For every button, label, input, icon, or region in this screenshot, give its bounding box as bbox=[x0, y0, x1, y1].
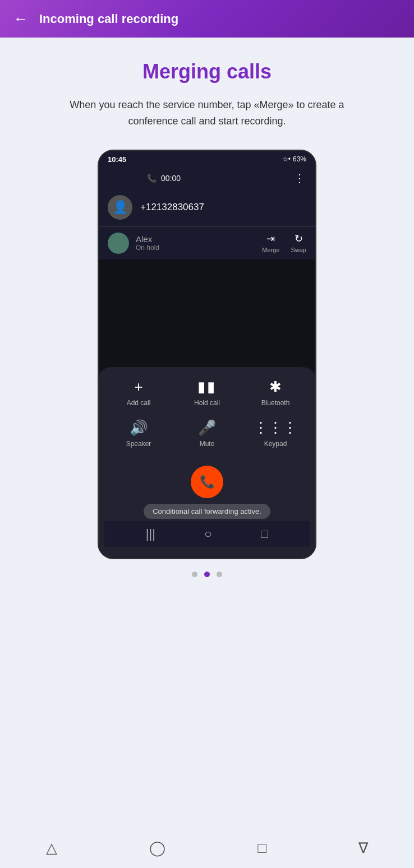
add-call-label: Add call bbox=[127, 399, 151, 407]
on-hold-info: Alex On hold bbox=[108, 233, 159, 254]
bottom-nav: △ ◯ □ ∇ bbox=[0, 830, 414, 868]
merge-icon: ⇥ bbox=[266, 233, 275, 245]
on-hold-row: Alex On hold ⇥ Merge ↻ Swap bbox=[99, 227, 315, 259]
system-recent-icon[interactable]: □ bbox=[257, 839, 266, 857]
mute-icon: 🎤 bbox=[198, 419, 216, 437]
mute-label: Mute bbox=[200, 440, 215, 448]
header-title: Incoming call recording bbox=[39, 12, 178, 26]
swap-icon: ↻ bbox=[295, 233, 303, 245]
status-bar: 10:45 ☆• 63% bbox=[99, 151, 315, 168]
call-timer-text: 00:00 bbox=[161, 174, 181, 183]
control-row-2: 🔊 Speaker 🎤 Mute ⋮⋮⋮ Keypad bbox=[104, 419, 310, 448]
back-button[interactable]: ← bbox=[13, 10, 28, 27]
end-call-icon: 📞 bbox=[200, 475, 215, 489]
keypad-control[interactable]: ⋮⋮⋮ Keypad bbox=[250, 419, 301, 448]
page-description: When you reach the service number, tap «… bbox=[44, 97, 370, 129]
hold-call-control[interactable]: ▮▮ Hold call bbox=[182, 378, 232, 407]
status-icons: ☆• 63% bbox=[282, 155, 306, 163]
nav-recent-icon[interactable]: □ bbox=[261, 527, 268, 541]
keypad-label: Keypad bbox=[264, 440, 287, 448]
end-call-button[interactable]: 📞 bbox=[191, 466, 223, 498]
main-content: Merging calls When you reach the service… bbox=[0, 38, 414, 830]
status-battery: 63% bbox=[293, 155, 306, 163]
person-icon: 👤 bbox=[113, 200, 128, 215]
bluetooth-control[interactable]: ✱ Bluetooth bbox=[250, 378, 301, 407]
speaker-label: Speaker bbox=[126, 440, 151, 448]
merge-action[interactable]: ⇥ Merge bbox=[262, 233, 279, 253]
more-options-icon[interactable]: ⋮ bbox=[294, 171, 305, 185]
system-back-icon[interactable]: △ bbox=[46, 839, 57, 857]
phone-nav-bar: ||| ○ □ bbox=[104, 521, 310, 547]
control-panel: + Add call ▮▮ Hold call ✱ Bluetooth 🔊 Sp… bbox=[99, 367, 315, 558]
bluetooth-icon: ✱ bbox=[269, 378, 282, 396]
contact-row: 👤 +12132830637 bbox=[99, 188, 315, 227]
speaker-control[interactable]: 🔊 Speaker bbox=[113, 419, 164, 448]
pagination bbox=[192, 572, 222, 577]
call-timer-icon: 📞 bbox=[147, 174, 157, 183]
avatar: 👤 bbox=[108, 195, 132, 220]
nav-back-icon[interactable]: ||| bbox=[146, 527, 155, 541]
add-call-control[interactable]: + Add call bbox=[113, 378, 164, 407]
hold-status: On hold bbox=[136, 244, 159, 252]
dot-1[interactable] bbox=[192, 572, 197, 577]
contact-number: +12132830637 bbox=[140, 202, 204, 213]
call-timer-row: 📞 00:00 ⋮ bbox=[99, 168, 315, 188]
status-time: 10:45 bbox=[108, 155, 126, 164]
dot-2[interactable] bbox=[204, 572, 210, 577]
hold-call-icon: ▮▮ bbox=[197, 378, 217, 396]
dot-3[interactable] bbox=[217, 572, 222, 577]
forwarding-badge: Conditional call forwarding active. bbox=[144, 504, 270, 519]
bluetooth-label: Bluetooth bbox=[261, 399, 290, 407]
swap-action[interactable]: ↻ Swap bbox=[291, 233, 306, 253]
hold-avatar bbox=[108, 233, 129, 254]
add-call-icon: + bbox=[134, 378, 142, 396]
page-title: Merging calls bbox=[142, 60, 272, 83]
hold-contact-details: Alex On hold bbox=[136, 234, 159, 252]
hold-actions: ⇥ Merge ↻ Swap bbox=[262, 233, 306, 253]
control-row-1: + Add call ▮▮ Hold call ✱ Bluetooth bbox=[104, 378, 310, 407]
merge-label: Merge bbox=[262, 247, 279, 253]
end-call-area: 📞 Conditional call forwarding active. bbox=[104, 460, 310, 521]
keypad-icon: ⋮⋮⋮ bbox=[254, 419, 297, 437]
hold-name: Alex bbox=[136, 234, 159, 244]
mute-control[interactable]: 🎤 Mute bbox=[182, 419, 232, 448]
app-header: ← Incoming call recording bbox=[0, 0, 414, 38]
speaker-icon: 🔊 bbox=[130, 419, 148, 437]
system-home-icon[interactable]: ◯ bbox=[149, 839, 165, 857]
system-download-icon[interactable]: ∇ bbox=[358, 839, 368, 857]
status-signal: ☆• bbox=[282, 155, 291, 163]
nav-home-icon[interactable]: ○ bbox=[204, 527, 211, 541]
swap-label: Swap bbox=[291, 247, 306, 253]
call-dark-area bbox=[99, 259, 315, 372]
hold-call-label: Hold call bbox=[194, 399, 220, 407]
phone-mockup: 10:45 ☆• 63% 📞 00:00 ⋮ 👤 +12132830637 A bbox=[98, 150, 316, 559]
